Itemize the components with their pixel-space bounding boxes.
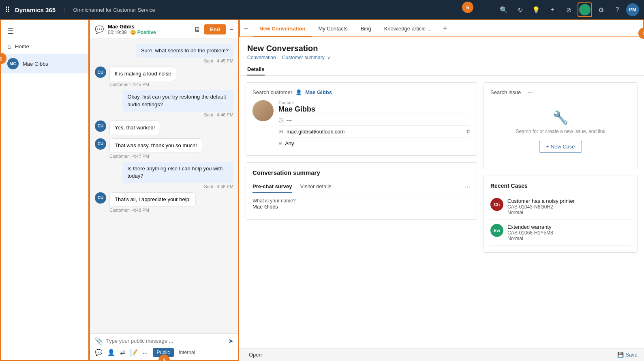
save-button[interactable]: 💾 Save <box>617 352 638 358</box>
customer-message-wrapper: CU That's all, I appreciate your help! <box>95 192 233 207</box>
quick-reply-button[interactable]: 💬 <box>95 349 103 356</box>
customer-message: Yes, that worked! <box>109 120 160 135</box>
summary-answer-value: Mae Gibbs <box>252 204 470 210</box>
summary-question-label: What is your name? <box>252 198 470 204</box>
save-icon: 💾 <box>617 352 624 358</box>
message-row: Is there anything else I can help you wi… <box>95 162 233 189</box>
chat-messages: Sure, what seems to be the problem? Sent… <box>90 39 238 333</box>
back-button[interactable]: ← <box>243 25 253 32</box>
top-nav: ⠿ Dynamics 365 | Omnichannel for Custome… <box>0 0 644 19</box>
customer-name-link[interactable]: Mae Gibbs <box>305 89 332 95</box>
customer-message: That's all, I appreciate your help! <box>109 192 196 207</box>
help-nav-button[interactable]: ? <box>610 2 625 17</box>
chat-input-field[interactable] <box>106 338 225 344</box>
sidebar-item-home[interactable]: ⌂ Home <box>1 39 88 54</box>
chat-meta: 00:19:39 😊 Positive <box>108 30 190 35</box>
waffle-icon[interactable]: ⠿ <box>5 5 10 14</box>
email-icon: ✉ <box>278 128 283 135</box>
content-tab-details[interactable]: Details <box>247 64 265 75</box>
agent-message: Okay, first can you try restoring the de… <box>122 90 233 111</box>
breadcrumb-conversation[interactable]: Conversation <box>247 55 276 60</box>
contact-phone-row: ◷ --- <box>278 114 470 125</box>
case-title-2: Extended warranty <box>507 224 631 230</box>
case-title-1: Customer has a noisy printer <box>507 198 631 204</box>
status-indicator <box>578 2 592 17</box>
send-button[interactable]: ➤ <box>228 337 233 345</box>
contact-avatar-sidebar: MG <box>7 58 19 69</box>
left-column: Search customer 👤 Mae Gibbs Contact Mae … <box>246 82 484 342</box>
contact-details: Contact Mae Gibbs ◷ --- ✉ mae.gibbs@outl… <box>278 100 470 149</box>
search-nav-button[interactable]: 🔍 <box>496 2 511 17</box>
wrench-icon: 🔧 <box>552 110 569 125</box>
issue-hint-text: Search for or create a new issue, and li… <box>516 129 605 134</box>
customer-message-wrapper: CU That was easy, thank you so much! <box>95 138 233 153</box>
message-time: Sent · 4:46 PM <box>204 112 233 117</box>
right-column: 4 Search issue --- 🔧 Search for or creat… <box>484 82 638 342</box>
summary-tab-visitor[interactable]: Visitor details <box>300 181 332 193</box>
case-avatar-ew: Ew <box>490 224 503 237</box>
more-options-button[interactable]: ··· <box>143 349 148 356</box>
contact-avatar <box>252 100 274 121</box>
right-panel: 3 ← New Conversation My Contacts Bing Kn… <box>239 19 644 361</box>
agent-message: Sure, what seems to be the problem? <box>136 44 233 58</box>
message-row: CU That was easy, thank you so much! Cus… <box>95 138 233 159</box>
message-time: Customer · 4:47 PM <box>109 154 149 159</box>
breadcrumb: Conversation · Customer summary ∨ <box>247 55 636 60</box>
end-chat-button[interactable]: End <box>204 24 226 34</box>
internal-mode-button[interactable]: Internal <box>179 350 195 355</box>
sentiment-icon: 😊 <box>130 30 136 35</box>
message-row: CU It is making a loud noise Customer · … <box>95 67 233 87</box>
new-case-button[interactable]: + New Case <box>539 141 582 153</box>
contact-phone-value: --- <box>287 117 292 123</box>
issue-card: Search issue --- 🔧 Search for or create … <box>484 82 638 169</box>
tab-bing[interactable]: Bing <box>354 21 378 37</box>
chat-input-row: 📎 ➤ <box>95 337 233 345</box>
refresh-nav-button[interactable]: ↻ <box>513 2 527 17</box>
message-row: CU That's all, I appreciate your help! C… <box>95 192 233 213</box>
chat-timer: 00:19:39 <box>108 30 127 35</box>
plus-nav-button[interactable]: + <box>545 2 560 17</box>
bottom-tab-open[interactable]: Open <box>246 350 265 359</box>
contact-avatar-image <box>252 100 274 121</box>
contact-info: Contact Mae Gibbs ◷ --- ✉ mae.gibbs@outl… <box>252 100 470 149</box>
email-copy-button[interactable]: ⧉ <box>466 128 470 135</box>
home-icon: ⌂ <box>7 43 11 50</box>
transfer-button[interactable]: ⇄ <box>120 349 125 356</box>
summary-tab-prechat[interactable]: Pre-chat survey <box>252 181 292 193</box>
contact-type-label: Contact <box>278 100 470 105</box>
breadcrumb-dropdown-button[interactable]: ∨ <box>327 55 330 60</box>
sidebar-item-contact[interactable]: MG Mae Gibbs <box>1 54 88 73</box>
tab-bar: ← New Conversation My Contacts Bing Know… <box>239 19 644 37</box>
customer-message: That was easy, thank you so much! <box>109 138 202 153</box>
case-id-1: CAS-01043-N8G0H2 <box>507 204 631 210</box>
bulb-nav-button[interactable]: 💡 <box>529 2 543 17</box>
settings-nav-button[interactable]: ⚙ <box>594 2 608 17</box>
note-button[interactable]: 📝 <box>130 349 138 356</box>
summary-item: What is your name? Mae Gibbs <box>252 198 470 210</box>
add-tab-button[interactable]: + <box>440 24 451 33</box>
issue-empty-state: 🔧 Search for or create a new issue, and … <box>490 100 631 162</box>
chat-icon: 💬 <box>95 25 104 34</box>
user-avatar-button[interactable]: PM <box>626 3 639 16</box>
breadcrumb-customer-summary[interactable]: Customer summary <box>282 55 325 60</box>
tab-knowledge-article[interactable]: Knowledge article ... <box>378 21 438 37</box>
filter-nav-button[interactable]: ⊘ <box>561 2 576 17</box>
tab-new-conversation[interactable]: New Conversation <box>253 21 312 37</box>
contact-email-value: mae.gibbs@outlook.com <box>287 129 344 135</box>
agent-message: Is there anything else I can help you wi… <box>122 162 233 183</box>
summary-tabs: Pre-chat survey Visitor details ··· <box>252 181 470 193</box>
summary-more-button[interactable]: ··· <box>465 183 470 191</box>
message-row: Okay, first can you try restoring the de… <box>95 90 233 117</box>
contact-email-row: ✉ mae.gibbs@outlook.com ⧉ <box>278 125 470 137</box>
status-dot <box>579 4 591 15</box>
minimize-button[interactable]: − <box>230 26 233 33</box>
add-participant-button[interactable]: 👤 <box>107 349 115 356</box>
tab-my-contacts[interactable]: My Contacts <box>312 21 354 37</box>
case-item: Ch Customer has a noisy printer CAS-0104… <box>490 194 631 220</box>
message-time: Customer · 4:48 PM <box>109 208 149 213</box>
content-area: New Conversation Conversation · Customer… <box>239 37 644 361</box>
chat-header-info: Mae Gibbs 00:19:39 😊 Positive <box>108 24 190 35</box>
sidebar-toggle[interactable]: ☰ <box>1 24 88 39</box>
case-priority-1: Normal <box>507 210 631 215</box>
chat-customer-name: Mae Gibbs <box>108 24 190 30</box>
